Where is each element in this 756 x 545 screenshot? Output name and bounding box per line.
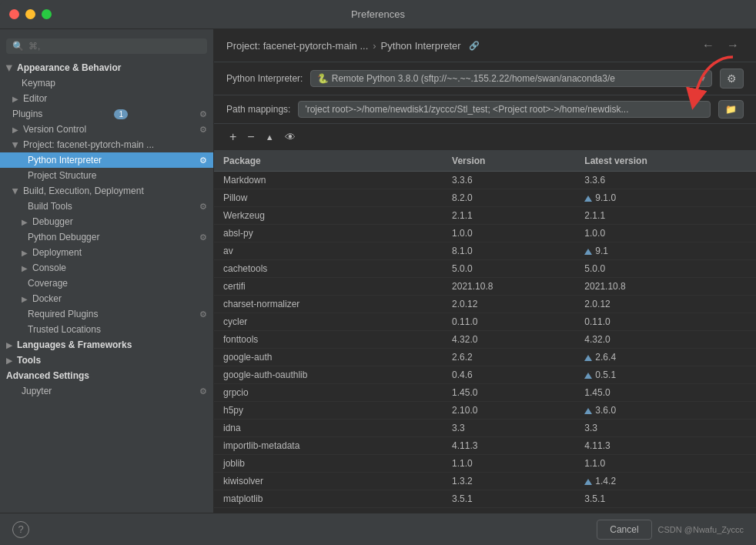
- sidebar-item-label: Appearance & Behavior: [17, 62, 121, 73]
- table-row[interactable]: importlib-metadata4.11.34.11.3: [214, 437, 756, 455]
- add-package-button[interactable]: +: [226, 129, 239, 145]
- sidebar-item-label: Keymap: [22, 78, 55, 89]
- table-row[interactable]: google-auth-oauthlib0.4.60.5.1: [214, 366, 756, 384]
- table-row[interactable]: h5py2.10.03.6.0: [214, 402, 756, 420]
- table-row[interactable]: numpy1.22.31.22.3: [214, 508, 756, 513]
- sidebar-item-label: Python Debugger: [28, 232, 99, 242]
- package-version: 1.22.3: [443, 508, 575, 513]
- package-latest: 3.5.1: [575, 490, 756, 508]
- sidebar-item-coverage[interactable]: Coverage: [0, 276, 213, 291]
- sidebar-item-editor[interactable]: ▶ Editor: [0, 91, 213, 106]
- plugins-badge: 1: [114, 109, 128, 119]
- package-latest: 3.3.6: [575, 172, 756, 189]
- sidebar-item-build-exec[interactable]: ▶ Build, Execution, Deployment: [0, 183, 213, 199]
- table-row[interactable]: grpcio1.45.01.45.0: [214, 384, 756, 402]
- settings-icon: ⚙: [199, 309, 207, 319]
- sidebar-item-project-structure[interactable]: Project Structure: [0, 168, 213, 183]
- table-row[interactable]: absl-py1.0.01.0.0: [214, 225, 756, 242]
- sidebar-item-label: Advanced Settings: [6, 370, 89, 381]
- update-triangle-icon: [584, 196, 592, 202]
- sidebar-item-required-plugins[interactable]: Required Plugins ⚙: [0, 306, 213, 322]
- sidebar-item-plugins[interactable]: Plugins 1 ⚙: [0, 106, 213, 122]
- package-version: 5.0.0: [443, 260, 575, 278]
- sidebar-item-deployment[interactable]: ▶ Deployment: [0, 245, 213, 260]
- settings-icon: ⚙: [199, 155, 207, 166]
- package-name: certifi: [214, 278, 443, 296]
- path-row: Path mappings: 'roject root>->/home/newd…: [214, 95, 756, 124]
- minimize-button[interactable]: [25, 9, 35, 19]
- sidebar-item-version-control[interactable]: ▶ Version Control ⚙: [0, 122, 213, 137]
- content-area: Project: facenet-pytorch-main ... › Pyth…: [214, 29, 756, 513]
- sidebar-item-docker[interactable]: ▶ Docker: [0, 291, 213, 306]
- package-table-wrapper: Package Version Latest version Markdown3…: [214, 151, 756, 513]
- up-button[interactable]: ▲: [263, 131, 277, 143]
- sidebar-item-build-tools[interactable]: Build Tools ⚙: [0, 199, 213, 214]
- table-row[interactable]: matplotlib3.5.13.5.1: [214, 490, 756, 508]
- interpreter-selector[interactable]: 🐍 Remote Python 3.8.0 (sftp://~~.~~.155.…: [310, 70, 712, 87]
- forward-button[interactable]: →: [722, 37, 744, 54]
- watermark-text: CSDN @Nwafu_Zyccc: [658, 525, 744, 534]
- sidebar-item-label: Jupyter: [22, 386, 52, 396]
- package-name: idna: [214, 420, 443, 437]
- table-row[interactable]: idna3.33.3: [214, 420, 756, 437]
- back-button[interactable]: ←: [697, 37, 719, 54]
- sidebar-item-label: Trusted Locations: [28, 324, 101, 335]
- table-row[interactable]: google-auth2.6.22.6.4: [214, 349, 756, 366]
- maximize-button[interactable]: [42, 9, 52, 19]
- package-version: 2.6.2: [443, 349, 575, 366]
- interpreter-label: Python Interpreter:: [226, 73, 303, 84]
- sidebar-item-debugger[interactable]: ▶ Debugger: [0, 214, 213, 229]
- table-row[interactable]: av8.1.09.1: [214, 242, 756, 260]
- cancel-button[interactable]: Cancel: [597, 520, 651, 540]
- update-triangle-icon: [584, 249, 592, 255]
- package-latest: 1.0.0: [575, 225, 756, 242]
- interpreter-row: Python Interpreter: 🐍 Remote Python 3.8.…: [214, 62, 756, 95]
- sidebar-item-label: Required Plugins: [28, 309, 98, 319]
- sidebar-item-keymap[interactable]: Keymap: [0, 75, 213, 91]
- table-row[interactable]: fonttools4.32.04.32.0: [214, 331, 756, 349]
- table-row[interactable]: joblib1.1.01.1.0: [214, 455, 756, 473]
- sidebar-item-trusted-locations[interactable]: Trusted Locations: [0, 322, 213, 337]
- col-latest: Latest version: [575, 151, 756, 172]
- settings-icon: ⚙: [199, 232, 207, 242]
- package-name: absl-py: [214, 225, 443, 242]
- search-input[interactable]: [28, 41, 201, 52]
- sidebar-item-label: Version Control: [23, 124, 86, 135]
- path-value: 'roject root>->/home/newdisk1/zyccc/Stl_…: [298, 101, 711, 118]
- package-version: 0.4.6: [443, 366, 575, 384]
- sidebar-item-python-debugger[interactable]: Python Debugger ⚙: [0, 229, 213, 245]
- table-row[interactable]: kiwisolver1.3.21.4.2: [214, 473, 756, 490]
- sidebar-item-label: Build, Execution, Deployment: [23, 186, 144, 196]
- sidebar-item-jupyter[interactable]: Jupyter ⚙: [0, 383, 213, 399]
- show-details-button[interactable]: 👁: [282, 129, 299, 145]
- chevron-icon: ▶: [12, 95, 18, 103]
- chevron-icon: ▶: [12, 142, 20, 148]
- help-button[interactable]: ?: [12, 521, 29, 538]
- table-row[interactable]: certifi2021.10.82021.10.8: [214, 278, 756, 296]
- table-row[interactable]: charset-normalizer2.0.122.0.12: [214, 296, 756, 313]
- table-row[interactable]: Werkzeug2.1.12.1.1: [214, 207, 756, 225]
- table-row[interactable]: cachetools5.0.05.0.0: [214, 260, 756, 278]
- table-row[interactable]: Pillow8.2.09.1.0: [214, 189, 756, 207]
- search-box[interactable]: 🔍: [6, 38, 207, 54]
- package-version: 3.3.6: [443, 172, 575, 189]
- remove-package-button[interactable]: −: [244, 129, 257, 145]
- bottom-right: Cancel CSDN @Nwafu_Zyccc: [597, 520, 744, 540]
- package-name: charset-normalizer: [214, 296, 443, 313]
- sidebar-item-appearance[interactable]: ▶ Appearance & Behavior: [0, 60, 213, 75]
- sidebar-item-project[interactable]: ▶ Project: facenet-pytorch-main ...: [0, 137, 213, 152]
- sidebar-item-label: Python Interpreter: [28, 155, 102, 166]
- sidebar-item-tools[interactable]: ▶ Tools: [0, 353, 213, 368]
- table-row[interactable]: Markdown3.3.63.3.6: [214, 172, 756, 189]
- package-name: cachetools: [214, 260, 443, 278]
- sidebar-item-languages[interactable]: ▶ Languages & Frameworks: [0, 337, 213, 353]
- path-browse-button[interactable]: 📁: [718, 100, 744, 119]
- package-toolbar: + − ▲ 👁: [214, 124, 756, 151]
- sidebar-item-console[interactable]: ▶ Console: [0, 260, 213, 276]
- sidebar-item-python-interpreter[interactable]: Python Interpreter ⚙: [0, 152, 213, 168]
- sidebar-item-advanced[interactable]: Advanced Settings: [0, 368, 213, 383]
- close-button[interactable]: [9, 9, 19, 19]
- main-layout: 🔍 ▶ Appearance & Behavior Keymap ▶ Edito…: [0, 29, 756, 513]
- table-row[interactable]: cycler0.11.00.11.0: [214, 313, 756, 331]
- interpreter-gear-button[interactable]: ⚙: [720, 69, 744, 89]
